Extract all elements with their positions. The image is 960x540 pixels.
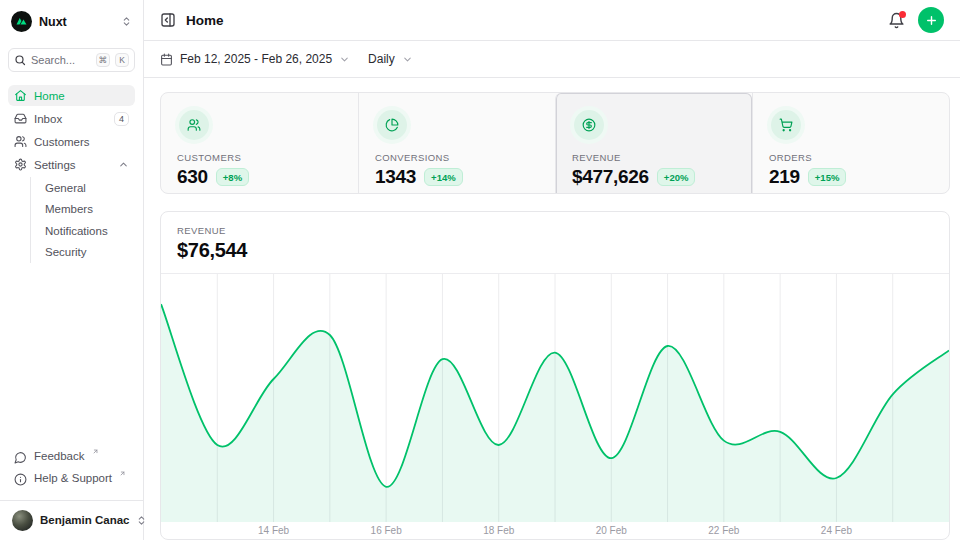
inbox-count-badge: 4 bbox=[114, 112, 129, 126]
sub-item-label: General bbox=[45, 182, 86, 194]
stat-value: 1343 bbox=[375, 166, 416, 188]
date-range-label: Feb 12, 2025 - Feb 26, 2025 bbox=[180, 52, 332, 66]
notification-dot bbox=[899, 11, 906, 18]
search-icon bbox=[14, 54, 26, 66]
sidebar-item-inbox[interactable]: Inbox 4 bbox=[8, 108, 135, 129]
sidebar-item-security[interactable]: Security bbox=[31, 242, 135, 264]
search-input-wrapper: ⌘ K bbox=[8, 48, 135, 72]
calendar-icon bbox=[160, 53, 173, 66]
add-button[interactable] bbox=[918, 7, 944, 33]
sidebar-item-settings[interactable]: Settings bbox=[8, 154, 135, 175]
nuxt-logo-icon bbox=[11, 11, 32, 32]
sub-item-label: Notifications bbox=[45, 225, 108, 237]
user-section: Benjamin Canac bbox=[0, 500, 143, 540]
sidebar-item-members[interactable]: Members bbox=[31, 199, 135, 221]
x-axis-tick: 22 Feb bbox=[708, 525, 739, 536]
filter-toolbar: Feb 12, 2025 - Feb 26, 2025 Daily bbox=[144, 41, 960, 78]
chevron-up-icon bbox=[118, 159, 129, 170]
users-icon bbox=[14, 135, 27, 148]
user-name: Benjamin Canac bbox=[40, 514, 129, 526]
dollar-circle-icon bbox=[574, 110, 604, 140]
stat-label: CUSTOMERS bbox=[177, 152, 342, 163]
delta-badge: +8% bbox=[216, 168, 249, 186]
footer-link-label: Feedback bbox=[34, 450, 85, 462]
sidebar-item-label: Inbox bbox=[34, 113, 62, 125]
x-axis-tick: 24 Feb bbox=[821, 525, 852, 536]
collapse-sidebar-button[interactable] bbox=[160, 12, 176, 28]
x-axis-tick: 18 Feb bbox=[483, 525, 514, 536]
chart-canvas bbox=[161, 274, 949, 522]
panel-collapse-icon bbox=[160, 12, 176, 28]
kbd-k: K bbox=[115, 53, 129, 67]
cart-icon bbox=[771, 110, 801, 140]
sidebar-item-home[interactable]: Home bbox=[8, 85, 135, 106]
sidebar-item-notifications[interactable]: Notifications bbox=[31, 220, 135, 242]
dashboard-app: Nuxt ⌘ K Home Inbox 4 Cust bbox=[0, 0, 960, 540]
users-icon bbox=[179, 110, 209, 140]
x-axis-tick: 16 Feb bbox=[371, 525, 402, 536]
dashboard-content: CUSTOMERS 630 +8% CONVERSIONS 1343 +14% bbox=[144, 78, 960, 540]
chart-header: REVENUE $76,544 bbox=[161, 212, 949, 274]
delta-badge: +14% bbox=[424, 168, 463, 186]
granularity-select[interactable]: Daily bbox=[368, 52, 413, 66]
footer-link-label: Help & Support bbox=[34, 472, 112, 484]
feedback-link[interactable]: Feedback bbox=[8, 447, 135, 469]
delta-badge: +15% bbox=[808, 168, 847, 186]
inbox-icon bbox=[14, 112, 27, 125]
stat-card-orders[interactable]: ORDERS 219 +15% bbox=[752, 93, 949, 194]
stat-card-revenue[interactable]: REVENUE $477,626 +20% bbox=[555, 93, 752, 194]
x-axis-tick: 20 Feb bbox=[596, 525, 627, 536]
delta-badge: +20% bbox=[657, 168, 696, 186]
stat-value: $477,626 bbox=[572, 166, 649, 188]
page-title: Home bbox=[186, 13, 224, 28]
stat-label: CONVERSIONS bbox=[375, 152, 539, 163]
x-axis-labels: 14 Feb16 Feb18 Feb20 Feb22 Feb24 Feb bbox=[161, 522, 949, 540]
stat-card-customers[interactable]: CUSTOMERS 630 +8% bbox=[161, 93, 358, 194]
kbd-cmd: ⌘ bbox=[96, 53, 111, 67]
info-circle-icon bbox=[14, 473, 27, 486]
search-input[interactable] bbox=[31, 54, 91, 66]
help-support-link[interactable]: Help & Support bbox=[8, 469, 135, 491]
external-link-icon bbox=[119, 470, 126, 477]
date-range-picker[interactable]: Feb 12, 2025 - Feb 26, 2025 bbox=[160, 52, 350, 66]
stat-card-conversions[interactable]: CONVERSIONS 1343 +14% bbox=[358, 93, 555, 194]
chat-bubble-icon bbox=[14, 451, 27, 464]
revenue-chart-card: REVENUE $76,544 14 Feb16 Feb18 Feb20 Feb… bbox=[160, 211, 950, 540]
x-axis-tick: 14 Feb bbox=[258, 525, 289, 536]
gear-icon bbox=[14, 158, 27, 171]
chevrons-up-down-icon bbox=[121, 16, 132, 27]
sidebar-item-label: Home bbox=[34, 90, 65, 102]
sidebar-item-general[interactable]: General bbox=[31, 177, 135, 199]
sidebar-footer: Feedback Help & Support Benjamin Canac bbox=[8, 447, 135, 540]
stat-value: 219 bbox=[769, 166, 800, 188]
stat-value: 630 bbox=[177, 166, 208, 188]
stat-label: ORDERS bbox=[769, 152, 933, 163]
sidebar-item-customers[interactable]: Customers bbox=[8, 131, 135, 152]
chevron-down-icon bbox=[402, 54, 413, 65]
sidebar-item-label: Customers bbox=[34, 136, 90, 148]
main-area: Home Feb 12, 2025 - Feb 26, 2025 bbox=[144, 0, 960, 540]
chart-total-value: $76,544 bbox=[177, 239, 933, 262]
granularity-label: Daily bbox=[368, 52, 395, 66]
sidebar-item-label: Settings bbox=[34, 159, 76, 171]
external-link-icon bbox=[92, 448, 99, 455]
sidebar-nav: Home Inbox 4 Customers Settings bbox=[8, 85, 135, 265]
sub-item-label: Members bbox=[45, 203, 93, 215]
settings-sub-list: General Members Notifications Security bbox=[30, 177, 135, 263]
user-menu-button[interactable]: Benjamin Canac bbox=[8, 507, 135, 533]
pie-chart-icon bbox=[377, 110, 407, 140]
stat-label: REVENUE bbox=[572, 152, 736, 163]
plus-icon bbox=[925, 14, 938, 27]
revenue-area-chart bbox=[161, 274, 949, 522]
top-header: Home bbox=[144, 0, 960, 41]
home-icon bbox=[14, 89, 27, 102]
workspace-name: Nuxt bbox=[39, 15, 114, 29]
chart-title: REVENUE bbox=[177, 225, 933, 236]
notifications-button[interactable] bbox=[888, 12, 905, 29]
stats-strip: CUSTOMERS 630 +8% CONVERSIONS 1343 +14% bbox=[160, 92, 950, 194]
avatar bbox=[12, 510, 33, 531]
workspace-switcher[interactable]: Nuxt bbox=[8, 8, 135, 35]
chevron-down-icon bbox=[339, 54, 350, 65]
sub-item-label: Security bbox=[45, 246, 87, 258]
sidebar: Nuxt ⌘ K Home Inbox 4 Cust bbox=[0, 0, 144, 540]
